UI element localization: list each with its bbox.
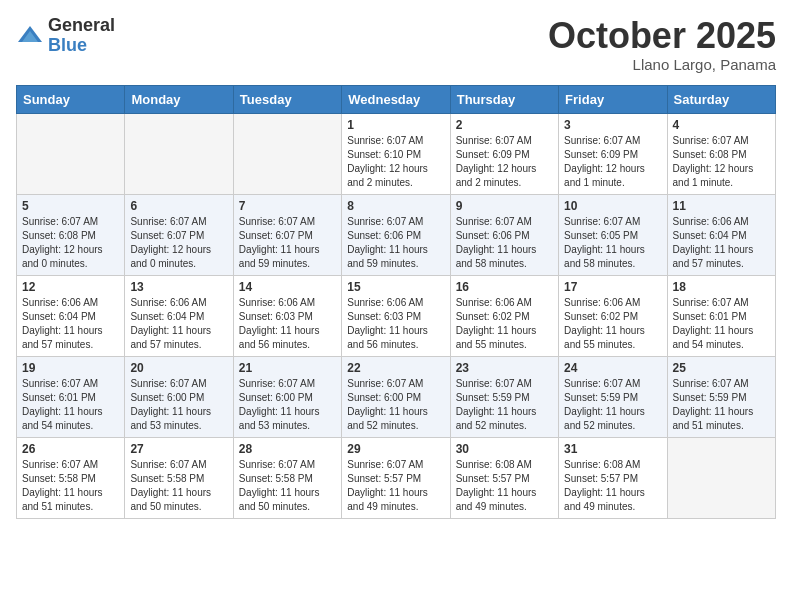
day-number: 31 xyxy=(564,442,661,456)
day-info: Sunrise: 6:07 AMSunset: 6:06 PMDaylight:… xyxy=(347,215,444,271)
day-info: Sunrise: 6:07 AMSunset: 6:00 PMDaylight:… xyxy=(239,377,336,433)
calendar-day-cell: 1Sunrise: 6:07 AMSunset: 6:10 PMDaylight… xyxy=(342,113,450,194)
day-info: Sunrise: 6:06 AMSunset: 6:03 PMDaylight:… xyxy=(239,296,336,352)
calendar-day-cell: 25Sunrise: 6:07 AMSunset: 5:59 PMDayligh… xyxy=(667,356,775,437)
calendar-table: SundayMondayTuesdayWednesdayThursdayFrid… xyxy=(16,85,776,519)
day-info: Sunrise: 6:07 AMSunset: 6:07 PMDaylight:… xyxy=(239,215,336,271)
calendar-day-cell: 6Sunrise: 6:07 AMSunset: 6:07 PMDaylight… xyxy=(125,194,233,275)
day-number: 2 xyxy=(456,118,553,132)
day-number: 15 xyxy=(347,280,444,294)
day-number: 27 xyxy=(130,442,227,456)
day-info: Sunrise: 6:07 AMSunset: 6:05 PMDaylight:… xyxy=(564,215,661,271)
calendar-day-cell: 18Sunrise: 6:07 AMSunset: 6:01 PMDayligh… xyxy=(667,275,775,356)
day-info: Sunrise: 6:07 AMSunset: 6:01 PMDaylight:… xyxy=(22,377,119,433)
day-number: 16 xyxy=(456,280,553,294)
day-info: Sunrise: 6:07 AMSunset: 6:09 PMDaylight:… xyxy=(564,134,661,190)
calendar-day-cell xyxy=(233,113,341,194)
calendar-day-cell: 22Sunrise: 6:07 AMSunset: 6:00 PMDayligh… xyxy=(342,356,450,437)
day-info: Sunrise: 6:06 AMSunset: 6:04 PMDaylight:… xyxy=(22,296,119,352)
day-number: 26 xyxy=(22,442,119,456)
day-number: 7 xyxy=(239,199,336,213)
day-info: Sunrise: 6:07 AMSunset: 6:00 PMDaylight:… xyxy=(347,377,444,433)
weekday-header: Saturday xyxy=(667,85,775,113)
day-number: 8 xyxy=(347,199,444,213)
calendar-week-row: 19Sunrise: 6:07 AMSunset: 6:01 PMDayligh… xyxy=(17,356,776,437)
day-info: Sunrise: 6:07 AMSunset: 6:10 PMDaylight:… xyxy=(347,134,444,190)
day-number: 10 xyxy=(564,199,661,213)
day-number: 24 xyxy=(564,361,661,375)
calendar-day-cell: 8Sunrise: 6:07 AMSunset: 6:06 PMDaylight… xyxy=(342,194,450,275)
day-number: 30 xyxy=(456,442,553,456)
calendar-day-cell: 7Sunrise: 6:07 AMSunset: 6:07 PMDaylight… xyxy=(233,194,341,275)
calendar-day-cell: 21Sunrise: 6:07 AMSunset: 6:00 PMDayligh… xyxy=(233,356,341,437)
calendar-day-cell: 29Sunrise: 6:07 AMSunset: 5:57 PMDayligh… xyxy=(342,437,450,518)
weekday-header: Tuesday xyxy=(233,85,341,113)
calendar-day-cell: 2Sunrise: 6:07 AMSunset: 6:09 PMDaylight… xyxy=(450,113,558,194)
weekday-header: Sunday xyxy=(17,85,125,113)
day-info: Sunrise: 6:06 AMSunset: 6:02 PMDaylight:… xyxy=(564,296,661,352)
day-number: 5 xyxy=(22,199,119,213)
day-info: Sunrise: 6:08 AMSunset: 5:57 PMDaylight:… xyxy=(456,458,553,514)
day-info: Sunrise: 6:06 AMSunset: 6:02 PMDaylight:… xyxy=(456,296,553,352)
calendar-day-cell: 5Sunrise: 6:07 AMSunset: 6:08 PMDaylight… xyxy=(17,194,125,275)
day-info: Sunrise: 6:06 AMSunset: 6:03 PMDaylight:… xyxy=(347,296,444,352)
day-number: 17 xyxy=(564,280,661,294)
day-number: 18 xyxy=(673,280,770,294)
day-info: Sunrise: 6:07 AMSunset: 6:01 PMDaylight:… xyxy=(673,296,770,352)
logo: General Blue xyxy=(16,16,115,56)
day-info: Sunrise: 6:07 AMSunset: 5:59 PMDaylight:… xyxy=(456,377,553,433)
calendar-day-cell: 13Sunrise: 6:06 AMSunset: 6:04 PMDayligh… xyxy=(125,275,233,356)
calendar-day-cell: 4Sunrise: 6:07 AMSunset: 6:08 PMDaylight… xyxy=(667,113,775,194)
calendar-day-cell: 19Sunrise: 6:07 AMSunset: 6:01 PMDayligh… xyxy=(17,356,125,437)
calendar-week-row: 26Sunrise: 6:07 AMSunset: 5:58 PMDayligh… xyxy=(17,437,776,518)
day-info: Sunrise: 6:07 AMSunset: 5:57 PMDaylight:… xyxy=(347,458,444,514)
day-number: 20 xyxy=(130,361,227,375)
day-info: Sunrise: 6:07 AMSunset: 5:59 PMDaylight:… xyxy=(564,377,661,433)
month-title: October 2025 xyxy=(548,16,776,56)
calendar-day-cell: 11Sunrise: 6:06 AMSunset: 6:04 PMDayligh… xyxy=(667,194,775,275)
day-number: 1 xyxy=(347,118,444,132)
calendar-day-cell: 10Sunrise: 6:07 AMSunset: 6:05 PMDayligh… xyxy=(559,194,667,275)
day-info: Sunrise: 6:07 AMSunset: 6:08 PMDaylight:… xyxy=(673,134,770,190)
weekday-header: Friday xyxy=(559,85,667,113)
day-number: 19 xyxy=(22,361,119,375)
logo-icon xyxy=(16,22,44,50)
weekday-header-row: SundayMondayTuesdayWednesdayThursdayFrid… xyxy=(17,85,776,113)
day-info: Sunrise: 6:07 AMSunset: 6:00 PMDaylight:… xyxy=(130,377,227,433)
day-number: 28 xyxy=(239,442,336,456)
day-number: 25 xyxy=(673,361,770,375)
calendar-day-cell: 17Sunrise: 6:06 AMSunset: 6:02 PMDayligh… xyxy=(559,275,667,356)
calendar-week-row: 12Sunrise: 6:06 AMSunset: 6:04 PMDayligh… xyxy=(17,275,776,356)
weekday-header: Wednesday xyxy=(342,85,450,113)
calendar-day-cell: 12Sunrise: 6:06 AMSunset: 6:04 PMDayligh… xyxy=(17,275,125,356)
calendar-day-cell: 30Sunrise: 6:08 AMSunset: 5:57 PMDayligh… xyxy=(450,437,558,518)
day-number: 4 xyxy=(673,118,770,132)
weekday-header: Monday xyxy=(125,85,233,113)
day-number: 12 xyxy=(22,280,119,294)
calendar-day-cell: 23Sunrise: 6:07 AMSunset: 5:59 PMDayligh… xyxy=(450,356,558,437)
day-number: 22 xyxy=(347,361,444,375)
page-header: General Blue October 2025 Llano Largo, P… xyxy=(16,16,776,73)
day-number: 13 xyxy=(130,280,227,294)
day-number: 9 xyxy=(456,199,553,213)
logo-blue: Blue xyxy=(48,35,87,55)
location: Llano Largo, Panama xyxy=(548,56,776,73)
calendar-day-cell xyxy=(17,113,125,194)
calendar-day-cell: 9Sunrise: 6:07 AMSunset: 6:06 PMDaylight… xyxy=(450,194,558,275)
day-info: Sunrise: 6:07 AMSunset: 6:08 PMDaylight:… xyxy=(22,215,119,271)
calendar-day-cell: 16Sunrise: 6:06 AMSunset: 6:02 PMDayligh… xyxy=(450,275,558,356)
day-info: Sunrise: 6:07 AMSunset: 6:06 PMDaylight:… xyxy=(456,215,553,271)
day-number: 11 xyxy=(673,199,770,213)
day-info: Sunrise: 6:07 AMSunset: 5:58 PMDaylight:… xyxy=(22,458,119,514)
day-number: 21 xyxy=(239,361,336,375)
calendar-day-cell: 15Sunrise: 6:06 AMSunset: 6:03 PMDayligh… xyxy=(342,275,450,356)
calendar-day-cell: 20Sunrise: 6:07 AMSunset: 6:00 PMDayligh… xyxy=(125,356,233,437)
day-number: 14 xyxy=(239,280,336,294)
day-number: 29 xyxy=(347,442,444,456)
logo-general: General xyxy=(48,15,115,35)
day-number: 6 xyxy=(130,199,227,213)
calendar-day-cell: 31Sunrise: 6:08 AMSunset: 5:57 PMDayligh… xyxy=(559,437,667,518)
calendar-day-cell xyxy=(125,113,233,194)
day-info: Sunrise: 6:07 AMSunset: 6:07 PMDaylight:… xyxy=(130,215,227,271)
day-info: Sunrise: 6:07 AMSunset: 5:58 PMDaylight:… xyxy=(239,458,336,514)
